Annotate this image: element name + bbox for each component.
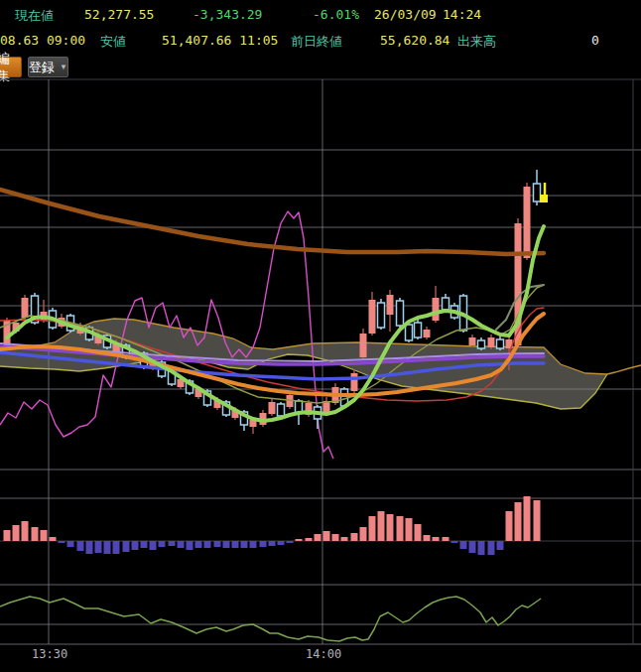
down-candle (406, 325, 413, 340)
x-axis-label: 13:30 (32, 647, 67, 661)
histogram-bar (415, 524, 422, 541)
histogram-bar (524, 496, 531, 541)
histogram-bar (41, 530, 48, 541)
histogram-bar (4, 530, 11, 541)
down-candle (443, 298, 449, 310)
histogram-bar (67, 541, 74, 547)
histogram-bar (178, 541, 185, 548)
histogram-bar (406, 518, 413, 541)
histogram-bar (269, 541, 276, 546)
histogram-bar (169, 541, 176, 546)
histogram-bar (469, 541, 476, 553)
histogram-bar (86, 541, 93, 554)
histogram-bar (433, 537, 440, 541)
histogram-bar (451, 541, 458, 543)
histogram-bar (113, 541, 120, 554)
histogram-bar (150, 541, 157, 550)
histogram-bar (315, 534, 321, 541)
histogram-bar (323, 531, 330, 541)
histogram-bar (443, 537, 449, 541)
histogram-bar (360, 527, 367, 541)
histogram-bar (141, 541, 148, 548)
down-candle (278, 404, 285, 416)
up-candle (433, 298, 440, 321)
down-candle (415, 323, 422, 337)
up-candle (369, 300, 376, 334)
histogram-bar (232, 541, 239, 548)
candlesticks (4, 170, 541, 434)
up-candle (351, 373, 358, 391)
histogram-bar (123, 541, 130, 552)
histogram-bar (195, 541, 202, 548)
histogram-bar (13, 525, 20, 541)
x-axis-label: 14:00 (306, 647, 341, 661)
down-candle (397, 301, 404, 326)
histogram-bar (378, 511, 385, 541)
histogram-bar (287, 541, 294, 543)
histogram-bar (214, 541, 221, 547)
histogram-bar (59, 541, 65, 543)
histogram-bar (478, 541, 485, 555)
histogram-bar (306, 538, 313, 541)
histogram-bar (351, 533, 358, 541)
histogram-bar (387, 514, 394, 541)
rsi-line (0, 597, 541, 641)
down-candle (478, 340, 485, 348)
histogram-bar (95, 541, 102, 553)
macd-histogram (4, 496, 541, 555)
up-candle (469, 337, 476, 345)
up-candle (524, 187, 531, 258)
histogram-bar (341, 537, 348, 541)
histogram-bar (22, 521, 29, 541)
up-candle (269, 402, 276, 414)
up-candle (22, 298, 29, 318)
histogram-bar (515, 502, 522, 541)
up-candle (360, 334, 367, 357)
up-candle (488, 337, 495, 347)
histogram-bar (278, 541, 285, 545)
histogram-bar (497, 541, 504, 550)
histogram-bar (506, 511, 513, 541)
histogram-bar (296, 539, 303, 541)
histogram-bar (159, 541, 166, 547)
histogram-bar (250, 541, 257, 548)
up-candle (424, 330, 431, 337)
histogram-bar (260, 541, 267, 547)
histogram-bar (204, 541, 211, 548)
histogram-bar (397, 516, 404, 541)
histogram-bar (132, 541, 139, 550)
histogram-bar (77, 541, 84, 551)
ma-brown (0, 190, 544, 254)
down-candle (534, 184, 541, 202)
down-candle (378, 303, 385, 328)
histogram-bar (534, 500, 541, 541)
trading-chart-app: 現在値 52,277.55 -3,343.29 -6.01% 26/03/09 … (0, 0, 641, 672)
histogram-bar (460, 541, 467, 549)
histogram-bar (104, 541, 111, 554)
down-candle (497, 339, 504, 348)
histogram-bar (50, 537, 57, 541)
up-candle (387, 295, 394, 315)
histogram-bar (187, 541, 193, 550)
histogram-bar (369, 516, 376, 541)
histogram-bar (332, 534, 339, 541)
histogram-bar (241, 541, 248, 548)
histogram-bar (32, 527, 39, 541)
histogram-bar (488, 541, 495, 555)
histogram-bar (424, 535, 431, 541)
histogram-bar (223, 541, 230, 548)
chart-canvas[interactable] (0, 0, 641, 672)
